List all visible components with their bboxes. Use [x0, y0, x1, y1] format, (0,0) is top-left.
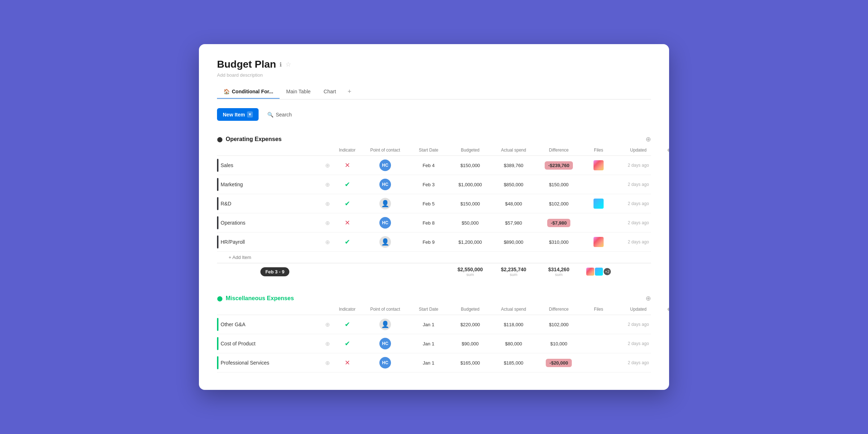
- summary-actual: $2,235,740 sum: [492, 267, 535, 277]
- col-indicator: Indicator: [333, 147, 362, 153]
- tab-conditional[interactable]: 🏠 Conditional For...: [217, 85, 280, 99]
- row-add-icon[interactable]: ⊕: [325, 181, 330, 188]
- table-row: HR/Payroll ⊕ ✔ 👤 Feb 9 $1,200,000 $890,0…: [217, 233, 651, 252]
- indicator-check-icon: ✔: [345, 181, 350, 188]
- start-date-cell: Feb 3: [409, 180, 448, 189]
- contact-cell: HC: [362, 336, 409, 351]
- indicator-cell: ✔: [333, 179, 362, 190]
- operating-expenses-title: Operating Expenses: [226, 136, 282, 142]
- indicator-cell: ✔: [333, 338, 362, 349]
- add-item-row[interactable]: + Add Item: [217, 252, 651, 263]
- color-bar: [217, 235, 218, 248]
- updated-cell: 2 days ago: [615, 238, 662, 246]
- start-date-cell: Jan 1: [409, 359, 448, 367]
- table-row: R&D ⊕ ✔ 👤 Feb 5 $150,000 $48,000 $102,00…: [217, 194, 651, 213]
- col-actual-misc: Actual spend: [492, 306, 535, 312]
- new-item-button[interactable]: New Item ▾: [217, 108, 259, 121]
- tab-main-table[interactable]: Main Table: [280, 85, 317, 99]
- actual-cell: $57,980: [492, 219, 535, 227]
- row-options: [662, 342, 669, 345]
- budgeted-cell: $50,000: [448, 219, 492, 227]
- misc-section-add-button[interactable]: ⊕: [646, 294, 651, 302]
- file-thumbnail[interactable]: [593, 237, 604, 247]
- info-icon[interactable]: ℹ: [280, 61, 282, 68]
- indicator-cell: ✕: [333, 160, 362, 171]
- table-row: Sales ⊕ ✕ HC Feb 4 $150,000 $389,760 -$2…: [217, 156, 651, 175]
- summary-date-cell: Feb 3 - 9: [217, 267, 333, 276]
- start-date-cell: Jan 1: [409, 340, 448, 348]
- budgeted-cell: $220,000: [448, 320, 492, 329]
- diff-negative-badge: -$20,000: [546, 359, 571, 367]
- row-add-icon[interactable]: ⊕: [325, 239, 330, 246]
- col-actual: Actual spend: [492, 147, 535, 153]
- contact-cell: HC: [362, 158, 409, 173]
- files-cell: [582, 183, 615, 186]
- table-row: Operations ⊕ ✕ HC Feb 8 $50,000 $57,980 …: [217, 213, 651, 233]
- color-bar: [217, 318, 218, 331]
- actual-cell: $389,760: [492, 161, 535, 170]
- contact-cell: HC: [362, 177, 409, 192]
- col-difference-misc: Difference: [535, 306, 582, 312]
- start-date-cell: Feb 5: [409, 200, 448, 208]
- row-add-icon[interactable]: ⊕: [325, 162, 330, 169]
- row-add-icon[interactable]: ⊕: [325, 321, 330, 328]
- row-name-cell: Marketing ⊕: [217, 175, 333, 194]
- star-icon[interactable]: ☆: [285, 60, 291, 68]
- color-bar: [217, 159, 218, 172]
- summary-difference: $314,260 sum: [535, 267, 582, 277]
- col-updated: Updated: [615, 147, 662, 153]
- misc-expenses-table: Indicator Point of contact Start Date Bu…: [217, 304, 651, 373]
- toolbar: New Item ▾ 🔍 Search: [217, 108, 651, 121]
- file-thumbnail[interactable]: [593, 160, 604, 170]
- difference-cell: -$7,980: [535, 217, 582, 229]
- dropdown-arrow-icon[interactable]: ▾: [247, 111, 253, 118]
- indicator-x-icon: ✕: [345, 219, 350, 226]
- start-date-cell: Jan 1: [409, 320, 448, 329]
- table-row: Marketing ⊕ ✔ HC Feb 3 $1,000,000 $850,0…: [217, 175, 651, 194]
- indicator-cell: ✔: [333, 198, 362, 209]
- contact-cell: HC: [362, 356, 409, 370]
- actual-cell: $185,000: [492, 359, 535, 367]
- table-row: Other G&A ⊕ ✔ 👤 Jan 1 $220,000 $118,000 …: [217, 315, 651, 334]
- avatar-anon: 👤: [379, 319, 391, 330]
- file-thumbnail[interactable]: [593, 199, 604, 209]
- row-add-icon[interactable]: ⊕: [325, 200, 330, 207]
- add-tab-button[interactable]: +: [342, 84, 357, 99]
- home-icon: 🏠: [224, 89, 230, 94]
- indicator-check-icon: ✔: [345, 340, 350, 347]
- row-add-icon[interactable]: ⊕: [325, 340, 330, 347]
- section-chevron-misc-icon[interactable]: ⬤: [217, 295, 223, 301]
- diff-negative-badge: -$239,760: [545, 161, 573, 170]
- section-add-button[interactable]: ⊕: [646, 135, 651, 143]
- color-bar: [217, 178, 218, 191]
- board-description[interactable]: Add board description: [217, 72, 651, 78]
- section-chevron-icon[interactable]: ⬤: [217, 136, 223, 142]
- row-name-cell: Professional Services ⊕: [217, 353, 333, 372]
- contact-cell: 👤: [362, 196, 409, 211]
- start-date-cell: Feb 9: [409, 238, 448, 246]
- row-options: [662, 202, 669, 205]
- difference-cell: $10,000: [535, 340, 582, 348]
- summary-file-thumb: [586, 268, 594, 276]
- avatar-anon: 👤: [379, 236, 391, 248]
- updated-cell: 2 days ago: [615, 359, 662, 367]
- indicator-cell: ✔: [333, 319, 362, 330]
- row-add-icon[interactable]: ⊕: [325, 220, 330, 226]
- difference-cell: $102,000: [535, 320, 582, 329]
- difference-cell: $102,000: [535, 200, 582, 208]
- row-options: [662, 221, 669, 224]
- tab-chart[interactable]: Chart: [317, 85, 342, 99]
- col-start-date-misc: Start Date: [409, 306, 448, 312]
- actual-cell: $890,000: [492, 238, 535, 246]
- indicator-x-icon: ✕: [345, 162, 350, 169]
- row-add-icon[interactable]: ⊕: [325, 359, 330, 366]
- misc-expenses-title: Miscellaneous Expenses: [226, 295, 294, 302]
- row-name-cell: Other G&A ⊕: [217, 315, 333, 334]
- difference-cell: $310,000: [535, 238, 582, 246]
- budgeted-cell: $1,000,000: [448, 180, 492, 189]
- search-button[interactable]: 🔍 Search: [263, 109, 296, 120]
- summary-file-thumb2: [595, 268, 603, 276]
- misc-expenses-header: ⬤ Miscellaneous Expenses ⊕: [217, 292, 651, 304]
- avatar: HC: [379, 159, 391, 171]
- budgeted-cell: $165,000: [448, 359, 492, 367]
